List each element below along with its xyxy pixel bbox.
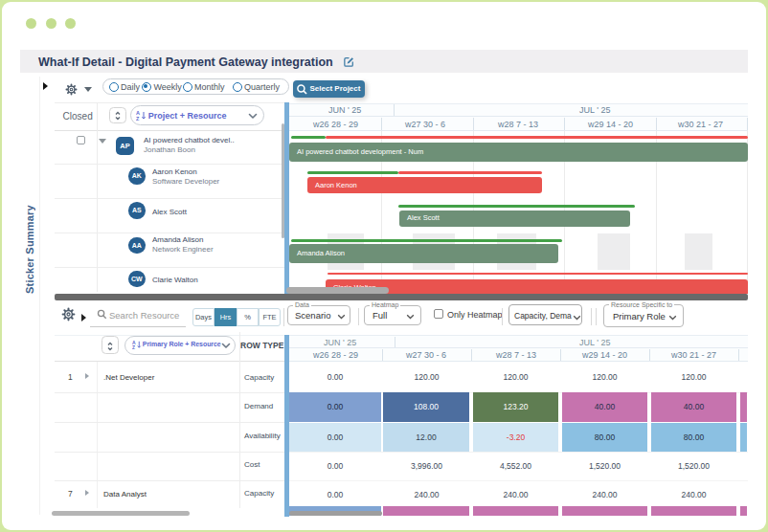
- svg-text:Z: Z: [132, 344, 135, 349]
- svg-text:Z: Z: [136, 116, 140, 121]
